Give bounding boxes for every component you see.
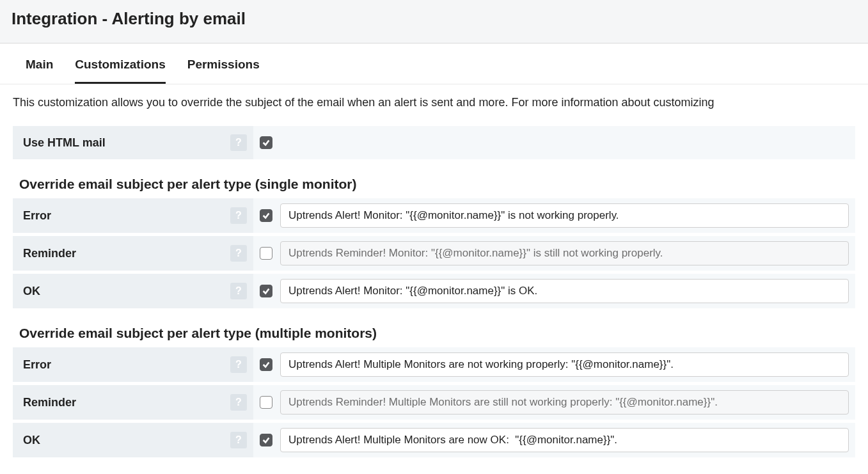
- label-text: Reminder: [23, 247, 76, 260]
- row-single-reminder: Reminder ?: [13, 236, 855, 274]
- checkbox-single-ok[interactable]: [260, 285, 272, 297]
- row-multi-ok: OK ?: [13, 423, 855, 461]
- row-multi-reminder: Reminder ?: [13, 385, 855, 423]
- row-single-error: Error ?: [13, 198, 855, 236]
- tab-permissions[interactable]: Permissions: [187, 43, 260, 84]
- help-icon[interactable]: ?: [230, 245, 247, 262]
- checkbox-single-reminder[interactable]: [260, 247, 272, 260]
- input-multi-ok[interactable]: [280, 428, 849, 452]
- page-header: Integration - Alerting by email: [0, 0, 868, 43]
- label-single-ok: OK ?: [13, 274, 253, 308]
- label-multi-ok: OK ?: [13, 423, 253, 457]
- checkbox-use-html-mail[interactable]: [260, 136, 272, 149]
- label-text: OK: [23, 434, 40, 447]
- check-icon: [262, 211, 271, 220]
- input-single-error[interactable]: [280, 203, 849, 228]
- checkbox-multi-ok[interactable]: [260, 434, 272, 446]
- label-text: Use HTML mail: [23, 136, 106, 150]
- help-icon[interactable]: ?: [230, 134, 247, 151]
- section-title-single: Override email subject per alert type (s…: [19, 177, 855, 192]
- row-single-ok: OK ?: [13, 274, 855, 312]
- label-text: Error: [23, 358, 51, 372]
- check-icon: [262, 138, 271, 147]
- checkbox-single-error[interactable]: [260, 209, 272, 222]
- input-multi-reminder[interactable]: [280, 390, 849, 415]
- label-multi-reminder: Reminder ?: [13, 385, 253, 420]
- value-multi-ok: [253, 423, 855, 457]
- help-icon[interactable]: ?: [230, 356, 247, 373]
- check-icon: [262, 287, 271, 296]
- value-single-reminder: [253, 236, 855, 271]
- help-icon[interactable]: ?: [230, 207, 247, 224]
- check-icon: [262, 436, 271, 445]
- value-single-error: [253, 198, 855, 233]
- page-title: Integration - Alerting by email: [12, 9, 856, 29]
- label-single-error: Error ?: [13, 198, 253, 233]
- help-icon[interactable]: ?: [230, 394, 247, 411]
- label-single-reminder: Reminder ?: [13, 236, 253, 271]
- description-text: This customization allows you to overrid…: [13, 96, 855, 109]
- help-icon[interactable]: ?: [230, 432, 247, 448]
- label-text: OK: [23, 285, 40, 298]
- content: This customization allows you to overrid…: [0, 84, 868, 472]
- value-multi-error: [253, 347, 855, 382]
- tab-customizations[interactable]: Customizations: [75, 43, 165, 84]
- help-icon[interactable]: ?: [230, 283, 247, 299]
- tab-main[interactable]: Main: [26, 43, 53, 84]
- tabs: Main Customizations Permissions: [0, 43, 868, 84]
- label-use-html-mail: Use HTML mail ?: [13, 126, 253, 159]
- section-title-multiple: Override email subject per alert type (m…: [19, 326, 855, 341]
- checkbox-multi-error[interactable]: [260, 358, 272, 371]
- value-single-ok: [253, 274, 855, 308]
- input-single-ok[interactable]: [280, 279, 849, 303]
- label-text: Reminder: [23, 396, 76, 409]
- row-multi-error: Error ?: [13, 347, 855, 385]
- input-single-reminder[interactable]: [280, 241, 849, 265]
- label-multi-error: Error ?: [13, 347, 253, 382]
- value-use-html-mail: [253, 126, 855, 159]
- label-text: Error: [23, 209, 51, 223]
- check-icon: [262, 360, 271, 369]
- row-use-html-mail: Use HTML mail ?: [13, 126, 855, 162]
- value-multi-reminder: [253, 385, 855, 420]
- input-multi-error[interactable]: [280, 352, 849, 377]
- checkbox-multi-reminder[interactable]: [260, 396, 272, 409]
